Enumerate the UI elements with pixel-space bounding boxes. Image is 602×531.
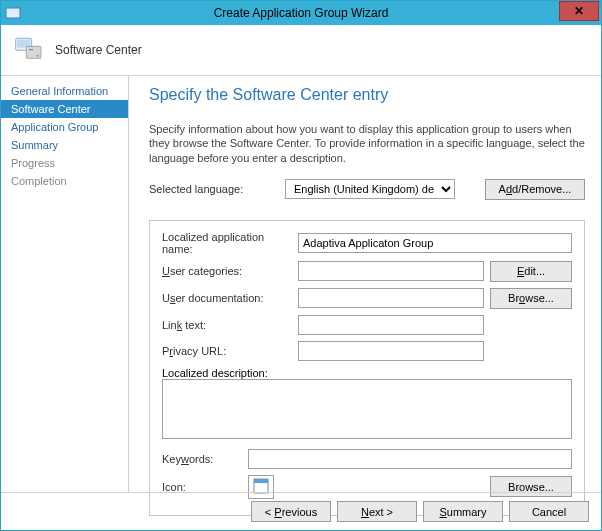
sidebar: General Information Software Center Appl… [1,76,129,492]
body: General Information Software Center Appl… [1,75,601,492]
cancel-button[interactable]: Cancel [509,501,589,522]
privacy-input[interactable] [298,341,484,361]
summary-button[interactable]: Summary [423,501,503,522]
appname-label: Localized application name: [162,231,292,255]
linktext-input[interactable] [298,315,484,335]
userdoc-label: User documentation: [162,292,292,304]
sidebar-item-general[interactable]: General Information [1,82,128,100]
linktext-label: Link text: [162,319,292,331]
sidebar-item-application-group[interactable]: Application Group [1,118,128,136]
svg-point-5 [37,55,39,57]
sidebar-item-completion: Completion [1,172,128,190]
description-textarea[interactable] [162,379,572,439]
privacy-label: Privacy URL: [162,345,292,357]
language-label: Selected language: [149,183,279,195]
desc-label: Localized description: [162,367,572,379]
wizard-header: Software Center [1,25,601,75]
usercat-label: User categories: [162,265,292,277]
edit-button[interactable]: Edit... [490,261,572,282]
sidebar-item-progress: Progress [1,154,128,172]
keywords-input[interactable] [248,449,572,469]
titlebar: Create Application Group Wizard ✕ [1,1,601,25]
keywords-label: Keywords: [162,453,242,465]
header-label: Software Center [55,43,142,57]
page-title: Specify the Software Center entry [149,86,585,104]
browse-doc-button[interactable]: Browse... [490,288,572,309]
footer: < Previous Next > Summary Cancel [1,492,601,530]
intro-text: Specify information about how you want t… [149,122,585,165]
window-title: Create Application Group Wizard [1,6,601,20]
computer-icon [13,33,45,67]
close-button[interactable]: ✕ [559,1,599,21]
svg-rect-7 [254,479,268,483]
language-select[interactable]: English (United Kingdom) default [285,179,455,199]
userdoc-input[interactable] [298,288,484,308]
sidebar-item-summary[interactable]: Summary [1,136,128,154]
add-remove-label: Add/Remove... [499,183,572,195]
appname-input[interactable] [298,233,572,253]
localization-group: Localized application name: User categor… [149,220,585,516]
svg-rect-3 [26,46,41,58]
window: Create Application Group Wizard ✕ Softwa… [0,0,602,531]
add-remove-button[interactable]: Add/Remove... [485,179,585,200]
previous-button[interactable]: < Previous [251,501,331,522]
svg-rect-4 [29,49,33,50]
main: Specify the Software Center entry Specif… [129,76,601,492]
sidebar-item-software-center[interactable]: Software Center [1,100,128,118]
close-icon: ✕ [574,5,584,17]
usercat-input[interactable] [298,261,484,281]
next-button[interactable]: Next > [337,501,417,522]
